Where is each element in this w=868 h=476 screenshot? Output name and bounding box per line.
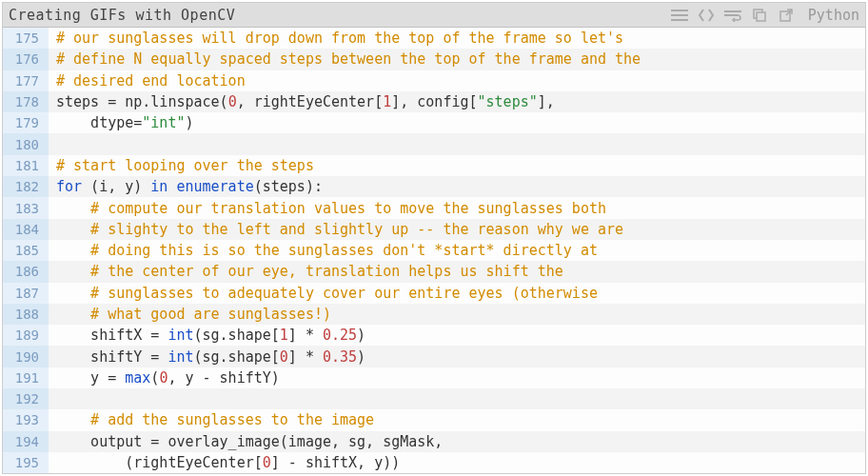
language-label: Python <box>808 7 859 24</box>
code-editor: Creating GIFs with OpenCV Python 175 # o… <box>2 2 866 474</box>
wrap-icon[interactable] <box>724 7 741 24</box>
line-number: 189 <box>3 325 49 346</box>
code-line: 176 # define N equally spaced steps betw… <box>3 49 865 69</box>
line-number: 195 <box>3 452 49 473</box>
code-line: 182 for (i, y) in enumerate(steps): <box>3 176 865 197</box>
line-number: 179 <box>3 112 49 133</box>
line-number: 193 <box>3 409 49 430</box>
menu-icon[interactable] <box>671 7 688 24</box>
line-number: 181 <box>3 155 49 176</box>
code-line: 193 # add the sunglasses to the image <box>3 409 865 430</box>
code-line: 175 # our sunglasses will drop down from… <box>3 28 865 49</box>
svg-rect-2 <box>671 19 688 21</box>
code-line: 181 # start looping over the steps <box>3 155 865 176</box>
code-line: 189 shiftX = int(sg.shape[1] * 0.25) <box>3 325 865 346</box>
line-number: 187 <box>3 283 49 304</box>
line-number: 192 <box>3 388 49 409</box>
code-line: 194 output = overlay_image(image, sg, sg… <box>3 431 865 452</box>
svg-rect-0 <box>671 10 688 11</box>
line-number: 188 <box>3 304 49 325</box>
line-number: 180 <box>3 133 49 154</box>
line-number: 178 <box>3 91 49 112</box>
editor-title: Creating GIFs with OpenCV <box>9 7 671 24</box>
line-number: 184 <box>3 219 49 240</box>
code-line: 195 (rightEyeCenter[0] - shiftX, y)) <box>3 452 865 473</box>
code-line: 186 # the center of our eye, translation… <box>3 261 865 282</box>
code-line: 190 shiftY = int(sg.shape[0] * 0.35) <box>3 346 865 367</box>
line-number: 177 <box>3 70 49 91</box>
code-line: 185 # doing this is so the sunglasses do… <box>3 240 865 261</box>
line-number: 186 <box>3 261 49 282</box>
line-number: 176 <box>3 49 49 69</box>
svg-rect-6 <box>757 12 765 21</box>
code-line: 188 # what good are sunglasses!) <box>3 304 865 325</box>
line-number: 194 <box>3 431 49 452</box>
code-line: 177 # desired end location <box>3 70 865 91</box>
code-line: 178 steps = np.linspace(0, rightEyeCente… <box>3 91 865 112</box>
line-number: 185 <box>3 240 49 261</box>
line-number: 182 <box>3 176 49 197</box>
code-line: 192 <box>3 388 865 409</box>
line-number: 183 <box>3 197 49 218</box>
external-link-icon[interactable] <box>778 7 795 24</box>
svg-line-8 <box>786 10 792 15</box>
editor-toolbar: Python <box>671 7 859 24</box>
line-number: 190 <box>3 346 49 367</box>
svg-rect-1 <box>671 14 688 16</box>
code-line: 191 y = max(0, y - shiftY) <box>3 367 865 388</box>
copy-icon[interactable] <box>751 7 768 24</box>
line-number: 191 <box>3 367 49 388</box>
code-line: 183 # compute our translation values to … <box>3 197 865 218</box>
code-line: 180 <box>3 133 865 154</box>
code-line: 184 # slighty to the left and slightly u… <box>3 219 865 240</box>
code-line: 179 dtype="int") <box>3 112 865 133</box>
code-brackets-icon[interactable] <box>698 7 715 24</box>
code-line: 187 # sunglasses to adequately cover our… <box>3 283 865 304</box>
code-body[interactable]: 175 # our sunglasses will drop down from… <box>3 28 865 473</box>
line-number: 175 <box>3 28 49 49</box>
editor-header: Creating GIFs with OpenCV Python <box>3 3 865 28</box>
